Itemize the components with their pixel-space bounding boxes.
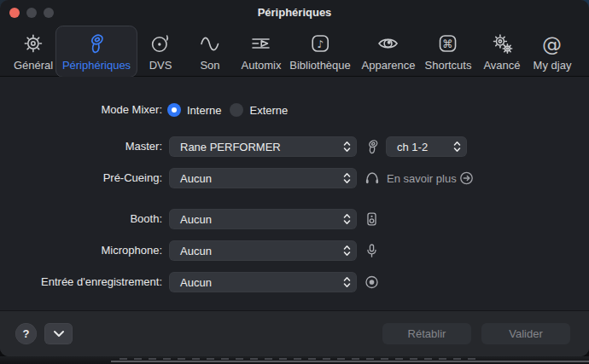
pre-cueing-label: Pré-Cueing:	[0, 168, 162, 188]
window-title: Périphériques	[0, 0, 589, 24]
mode-mixer-radio-group: Interne Externe	[167, 103, 288, 117]
gear-icon	[22, 31, 44, 56]
settings-panel: Mode Mixer: Interne Externe Master: Ran	[0, 77, 589, 311]
radio-option-interne[interactable]: Interne	[167, 103, 221, 117]
playlist-play-icon	[250, 31, 272, 56]
command-key-icon: ⌘	[437, 31, 459, 56]
svg-text:♪: ♪	[317, 38, 324, 50]
window-header: Périphériques Général	[0, 0, 589, 77]
toolbar-item-my-djay[interactable]: @ My djay	[527, 26, 579, 78]
speaker-cabinet-icon	[364, 212, 379, 227]
toolbar-item-label: Avancé	[483, 59, 520, 72]
gears-icon	[491, 31, 513, 56]
stepper-icon	[340, 244, 357, 257]
toolbar-item-avance[interactable]: Avancé	[476, 26, 527, 78]
toolbar-item-bibliotheque[interactable]: ♪ Bibliothèque	[283, 26, 358, 78]
master-device-select[interactable]: Rane PERFORMER	[169, 136, 357, 157]
recording-input-select[interactable]: Aucun	[169, 272, 357, 292]
learn-more-link[interactable]: En savoir plus	[387, 172, 457, 185]
headphones-icon	[364, 170, 380, 186]
at-sign-icon: @	[541, 31, 563, 56]
radio-option-externe[interactable]: Externe	[230, 103, 288, 117]
stepper-icon	[340, 140, 357, 153]
speaker-horn-icon	[85, 31, 108, 56]
toolbar-item-peripheriques[interactable]: Périphériques	[55, 26, 137, 78]
eye-icon	[377, 31, 399, 56]
mode-mixer-label: Mode Mixer:	[0, 100, 162, 120]
stepper-icon	[340, 275, 357, 289]
booth-select[interactable]: Aucun	[169, 209, 357, 229]
recording-input-label: Entrée d'enregistrement:	[0, 272, 162, 292]
titlebar: Périphériques	[0, 0, 589, 24]
expand-button[interactable]	[44, 323, 73, 344]
toolbar-item-label: My djay	[534, 59, 572, 72]
stepper-icon	[450, 140, 467, 153]
toolbar-item-label: Automix	[242, 59, 282, 72]
microphone-icon	[364, 244, 379, 258]
screenshot-stage: Périphériques Général	[0, 0, 589, 364]
toolbar-item-label: Général	[14, 59, 53, 72]
toolbar-item-label: Bibliothèque	[289, 59, 351, 72]
reset-button[interactable]: Rétablir	[382, 323, 471, 344]
toolbar-item-apparence[interactable]: Apparence	[355, 26, 423, 78]
stepper-icon	[340, 212, 357, 226]
arrow-right-circle-icon[interactable]	[459, 171, 474, 186]
radio-selected-icon	[167, 103, 181, 117]
toolbar-item-label: Shortcuts	[425, 59, 472, 72]
background-text-fragment	[120, 358, 478, 360]
record-dot-icon	[364, 275, 379, 290]
footer-bar: ? Rétablir Valider	[0, 310, 589, 356]
mode-mixer-row: Mode Mixer: Interne Externe	[0, 100, 589, 120]
microphone-select[interactable]: Aucun	[169, 240, 357, 261]
master-label: Master:	[0, 136, 162, 157]
booth-label: Booth:	[0, 209, 162, 229]
toolbar-item-shortcuts[interactable]: ⌘ Shortcuts	[418, 26, 479, 78]
microphone-row: Microphone: Aucun	[0, 240, 589, 261]
radio-unselected-icon	[230, 103, 243, 117]
toolbar-item-label: DVS	[149, 59, 172, 72]
toolbar-item-label: Périphériques	[62, 59, 131, 72]
background-divider-line	[111, 361, 589, 362]
recording-input-row: Entrée d'enregistrement: Aucun	[0, 272, 589, 292]
toolbar-item-son[interactable]: Son	[192, 26, 228, 78]
pre-cueing-row: Pré-Cueing: Aucun En savoir plus	[0, 168, 589, 188]
sine-wave-icon	[199, 31, 221, 56]
chevron-down-icon	[53, 330, 65, 338]
preferences-window: Périphériques Général	[0, 0, 589, 356]
master-channel-select[interactable]: ch 1-2	[386, 136, 467, 157]
toolbar-item-label: Apparence	[362, 59, 416, 72]
toolbar-item-dvs[interactable]: DVS	[143, 26, 179, 78]
stepper-icon	[340, 171, 357, 185]
toolbar-item-automix[interactable]: Automix	[235, 26, 289, 78]
speaker-horn-icon	[364, 139, 381, 155]
help-button[interactable]: ?	[15, 323, 37, 344]
background-window-strip	[0, 356, 589, 364]
svg-text:⌘: ⌘	[443, 38, 454, 50]
master-row: Master: Rane PERFORMER	[0, 136, 589, 157]
toolbar-item-label: Son	[200, 59, 219, 72]
microphone-label: Microphone:	[0, 240, 162, 261]
turntable-icon	[149, 31, 172, 56]
toolbar-item-general[interactable]: Général	[7, 26, 60, 78]
music-note-box-icon: ♪	[309, 31, 331, 56]
apply-button[interactable]: Valider	[481, 323, 570, 344]
booth-row: Booth: Aucun	[0, 209, 589, 229]
pre-cueing-select[interactable]: Aucun	[169, 168, 357, 188]
svg-text:@: @	[542, 33, 562, 55]
